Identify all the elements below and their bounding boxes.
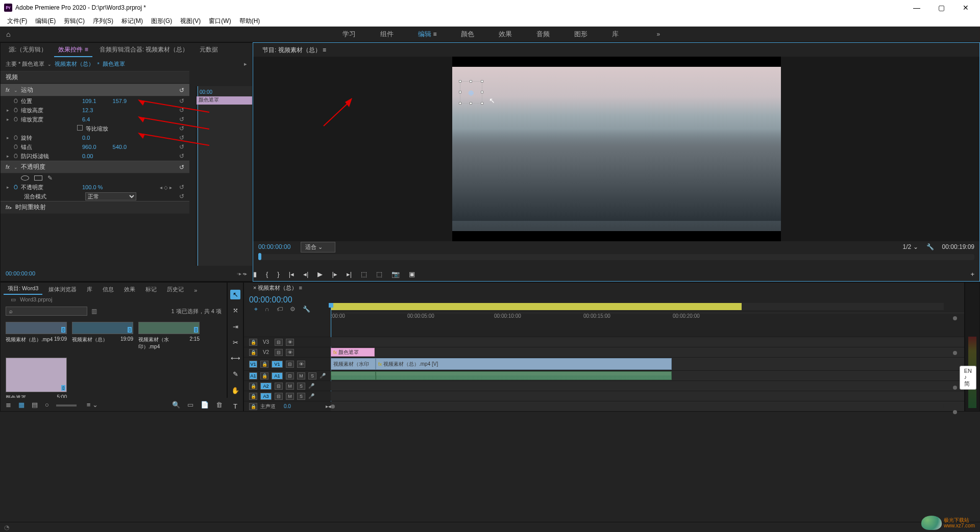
lock-icon[interactable]: 🔒 — [249, 393, 257, 400]
new-bin2-icon[interactable]: ▭ — [187, 401, 193, 409]
ws-color[interactable]: 颜色 — [459, 28, 476, 41]
program-scrubber[interactable] — [258, 254, 974, 260]
ws-audio[interactable]: 音频 — [534, 28, 552, 41]
sync-icon[interactable]: ⊟ — [275, 383, 283, 390]
project-item[interactable]: ▯ 视频素材（总）.mp419:09 — [6, 322, 67, 350]
project-item[interactable]: ▯ 视频素材（总）19:09 — [72, 322, 133, 350]
razor-tool-icon[interactable]: ✂ — [230, 338, 240, 347]
seq-tc[interactable]: 00:00:00:00 — [249, 295, 292, 305]
dropdown-icon[interactable]: ⌄ — [47, 62, 52, 67]
clip-audio-main[interactable] — [376, 371, 672, 380]
expand-icon[interactable]: ▸ — [7, 117, 9, 122]
track-target[interactable]: A1 — [272, 372, 283, 379]
menu-edit[interactable]: 编辑(E) — [31, 17, 60, 26]
tab-info[interactable]: 信息 — [99, 284, 118, 295]
slip-tool-icon[interactable]: ⟷ — [230, 353, 240, 363]
menu-help[interactable]: 帮助(H) — [235, 17, 264, 26]
wrench-icon[interactable]: 🔧 — [926, 243, 934, 250]
sync-icon[interactable]: ⊟ — [275, 349, 283, 356]
wrench2-icon[interactable]: 🔧 — [303, 306, 310, 313]
clip-main-video[interactable]: fx视频素材（总）.mp4 [V] — [376, 358, 672, 370]
auto-match-icon[interactable]: ≡ ⌄ — [87, 401, 98, 409]
anchor-y[interactable]: 540.0 — [113, 144, 127, 150]
clip-watermark[interactable]: 视频素材（水印 — [331, 358, 376, 370]
export-frame-icon[interactable]: 📷 — [391, 270, 400, 278]
marker-icon[interactable]: 🏷 — [277, 306, 283, 313]
solo-btn[interactable]: S — [308, 372, 316, 379]
source-tc[interactable]: 00:00:00:00 — [6, 270, 35, 276]
reset-icon[interactable]: ↺ — [179, 193, 184, 200]
mute-btn[interactable]: M — [297, 372, 305, 379]
stopwatch-icon[interactable]: Ö — [14, 185, 18, 190]
ec-opacity-group[interactable]: ⌄fx不透明度↺ — [1, 161, 189, 173]
transform-gizmo[interactable]: ⊕ — [460, 81, 482, 104]
icon-view-icon[interactable]: ▦ — [18, 401, 24, 409]
track-target[interactable]: A3 — [260, 393, 272, 400]
opacity[interactable]: 100.0 % — [82, 184, 103, 190]
solo-btn[interactable]: S — [297, 393, 305, 400]
time-ruler[interactable]: :00:00 00:00:05:00 00:00:10:00 00:00:15:… — [331, 313, 964, 318]
reset-icon[interactable]: ↺ — [179, 97, 184, 105]
goto-in-icon[interactable]: |◂ — [289, 270, 294, 278]
snap-icon[interactable]: ⌖ — [254, 306, 258, 313]
step-back-icon[interactable]: ◂| — [303, 270, 308, 278]
selection-tool-icon[interactable]: ↖ — [230, 290, 240, 299]
project-search-input[interactable] — [6, 307, 87, 316]
track-target[interactable]: V1 — [272, 361, 283, 368]
play-toggle-icon[interactable]: ▸ — [244, 61, 247, 67]
sync-icon[interactable]: ⊟ — [275, 393, 283, 400]
track-select-tool-icon[interactable]: ⤱ — [230, 306, 240, 315]
step-forward-icon[interactable]: |▸ — [332, 270, 337, 278]
tab-media-browser[interactable]: 媒体浏览器 — [44, 284, 81, 295]
seq-scrollbar[interactable] — [331, 404, 944, 409]
program-viewport[interactable]: ⊕ ↖ — [253, 57, 979, 241]
ws-assembly[interactable]: 组件 — [378, 28, 396, 41]
lift-icon[interactable]: ⬚ — [361, 270, 367, 278]
ec-motion-group[interactable]: ⌄fx运动↺ — [1, 84, 189, 96]
src-patch[interactable]: V1 — [249, 361, 257, 368]
stopwatch-icon[interactable]: Ö — [14, 154, 18, 159]
solo-btn[interactable]: S — [297, 383, 305, 390]
track-target[interactable]: A2 — [260, 383, 272, 390]
rotation[interactable]: 0.0 — [82, 135, 90, 141]
voice-icon[interactable]: 🎤 — [308, 383, 314, 389]
add-button-icon[interactable]: + — [970, 270, 974, 278]
lock-icon[interactable]: 🔒 — [260, 372, 268, 379]
mask-rect-icon[interactable] — [34, 175, 42, 181]
ripple-tool-icon[interactable]: ⇥ — [230, 322, 240, 332]
goto-out-icon[interactable]: ▸| — [347, 270, 352, 278]
ec-clip-segment[interactable]: 颜色遮罩 — [197, 96, 252, 105]
eye-icon[interactable]: 👁 — [286, 339, 294, 346]
sync-icon[interactable]: ⊟ — [286, 372, 294, 379]
flicker[interactable]: 0.00 — [82, 153, 93, 159]
tab-overflow[interactable]: » — [190, 286, 201, 295]
stopwatch-icon[interactable]: Ö — [14, 135, 18, 141]
keyframe-nav[interactable]: ◂ ◇ ▸ — [160, 185, 172, 190]
reset-icon[interactable]: ↺ — [179, 125, 184, 132]
expand-icon[interactable]: ▸ — [7, 154, 9, 159]
ws-graphics[interactable]: 图形 — [572, 28, 590, 41]
play-icon[interactable]: ▶ — [317, 270, 323, 278]
reset-icon[interactable]: ↺ — [179, 153, 184, 160]
expand-icon[interactable]: ▸ — [7, 108, 9, 113]
project-item[interactable]: ▯ 颜色遮罩5:00 — [6, 358, 67, 401]
anchor-x[interactable]: 960.0 — [82, 144, 96, 150]
mask-ellipse-icon[interactable] — [21, 175, 29, 181]
menu-sequence[interactable]: 序列(S) — [89, 17, 117, 26]
bin-icon[interactable]: ▭ — [11, 296, 16, 302]
comparison-icon[interactable]: ▣ — [409, 270, 415, 278]
settings-icon[interactable]: ⚙ — [290, 306, 296, 313]
lock-icon[interactable]: 🔒 — [249, 339, 257, 346]
lock-icon[interactable]: 🔒 — [260, 361, 268, 368]
tab-history[interactable]: 历史记 — [163, 284, 188, 295]
home-button[interactable]: ⌂ — [0, 27, 20, 42]
lock-icon[interactable]: 🔒 — [249, 383, 257, 390]
menu-marker[interactable]: 标记(M) — [117, 17, 147, 26]
tab-audio-mixer[interactable]: 音频剪辑混合器: 视频素材（总） — [95, 43, 193, 57]
src-patch[interactable]: A1 — [249, 372, 257, 379]
mute-btn[interactable]: M — [286, 383, 294, 390]
close-btn[interactable]: ✕ — [955, 0, 976, 15]
freeform-icon[interactable]: ▤ — [32, 401, 38, 409]
reset-icon[interactable]: ↺ — [179, 164, 184, 171]
menu-view[interactable]: 视图(V) — [176, 17, 205, 26]
